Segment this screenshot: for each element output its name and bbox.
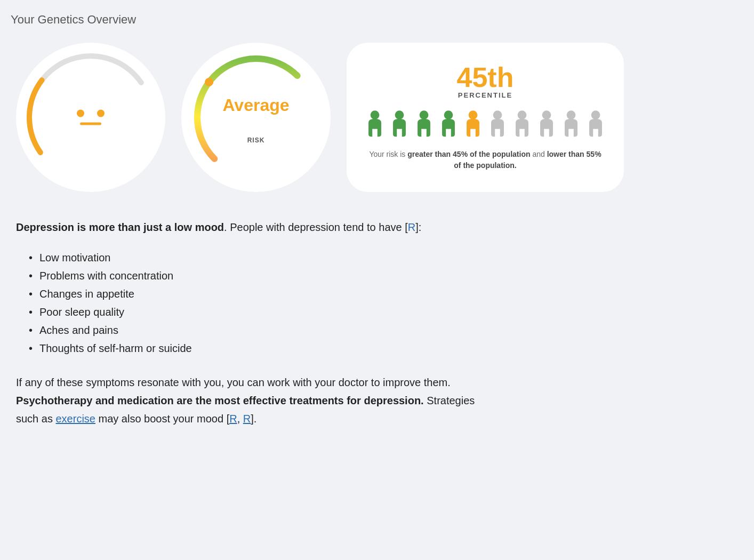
mood-face	[77, 110, 105, 125]
list-item: Aches and pains	[29, 321, 485, 339]
closing-ref-link-2[interactable]: R	[243, 413, 251, 425]
exercise-link[interactable]: exercise	[55, 413, 95, 425]
svg-point-10	[493, 110, 502, 119]
face-eye-right	[97, 110, 105, 117]
page-title: Your Genetics Overview	[11, 13, 743, 27]
person-icon-8	[536, 110, 557, 139]
svg-point-6	[395, 110, 404, 119]
percentile-number: 45th	[457, 63, 514, 91]
svg-point-8	[444, 110, 453, 119]
cards-row: Average RISK 45th PERCENTILE	[11, 43, 743, 192]
person-icon-9	[561, 110, 581, 139]
closing-bold-text: Psychotherapy and medication are the mos…	[16, 395, 424, 406]
intro-paragraph: Depression is more than just a low mood.…	[16, 219, 485, 236]
closing-ref-link-1[interactable]: R	[229, 413, 237, 425]
face-eyes	[77, 110, 105, 117]
person-icon-5-current	[463, 110, 483, 139]
svg-point-12	[542, 110, 551, 119]
risk-label-center: Average RISK	[222, 95, 289, 144]
svg-point-13	[567, 110, 576, 119]
risk-gauge-card: Average RISK	[181, 43, 331, 192]
percentile-label: PERCENTILE	[458, 91, 512, 99]
person-icons-row	[365, 110, 606, 139]
text-section: Depression is more than just a low mood.…	[11, 219, 491, 428]
list-item: Problems with concentration	[29, 267, 485, 285]
svg-point-11	[518, 110, 527, 119]
mood-arc-container	[16, 43, 165, 192]
intro-reference-link[interactable]: R	[408, 221, 415, 233]
face-eye-left	[77, 110, 84, 117]
symptom-list: Low motivation Problems with concentrati…	[29, 249, 485, 357]
face-mouth	[80, 123, 101, 125]
percentile-card: 45th PERCENTILE	[347, 43, 624, 192]
person-icon-2	[389, 110, 410, 139]
percentile-description: Your risk is greater than 45% of the pop…	[368, 149, 603, 171]
svg-point-14	[591, 110, 600, 119]
person-icon-10	[585, 110, 606, 139]
percentile-desc-bold1: greater than 45% of the population	[407, 150, 530, 158]
person-icon-4	[438, 110, 459, 139]
list-item: Poor sleep quality	[29, 303, 485, 321]
svg-point-5	[371, 110, 380, 119]
list-item: Changes in appetite	[29, 285, 485, 303]
risk-sublabel: RISK	[222, 137, 289, 144]
risk-average-label: Average	[222, 95, 289, 115]
person-icon-6	[487, 110, 508, 139]
person-icon-3	[414, 110, 434, 139]
mood-face-card	[16, 43, 165, 192]
risk-arc-container: Average RISK	[181, 43, 331, 192]
intro-bold-text: Depression is more than just a low mood	[16, 221, 224, 233]
list-item: Thoughts of self-harm or suicide	[29, 339, 485, 357]
person-icon-1	[365, 110, 385, 139]
svg-point-9	[469, 110, 478, 119]
closing-paragraph: If any of these symptoms resonate with y…	[16, 373, 485, 428]
person-icon-7	[512, 110, 532, 139]
svg-point-7	[420, 110, 429, 119]
list-item: Low motivation	[29, 249, 485, 267]
